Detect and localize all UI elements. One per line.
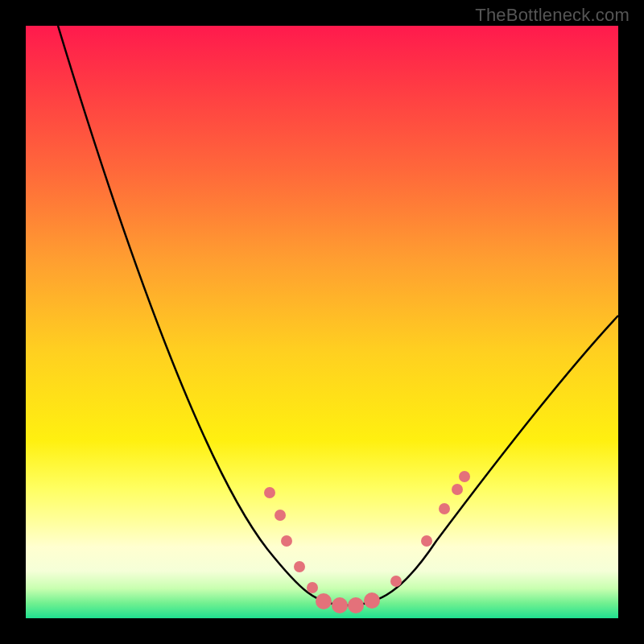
chart-frame: TheBottleneck.com [0,0,644,644]
plot-area [26,26,618,618]
curve-marker [421,535,432,547]
curve-svg [26,26,618,618]
curve-marker [332,597,348,613]
curve-marker [452,484,463,495]
curve-marker [281,535,292,547]
curve-markers [264,471,470,613]
curve-marker [275,510,286,521]
curve-marker [364,592,380,609]
curve-marker [264,487,275,498]
curve-marker [439,503,450,514]
curve-marker [316,593,332,609]
bottleneck-curve [58,26,618,605]
curve-marker [390,576,402,587]
curve-marker [294,561,305,572]
curve-marker [459,471,470,482]
curve-marker [348,597,364,613]
curve-marker [307,582,318,593]
watermark-text: TheBottleneck.com [475,5,630,26]
